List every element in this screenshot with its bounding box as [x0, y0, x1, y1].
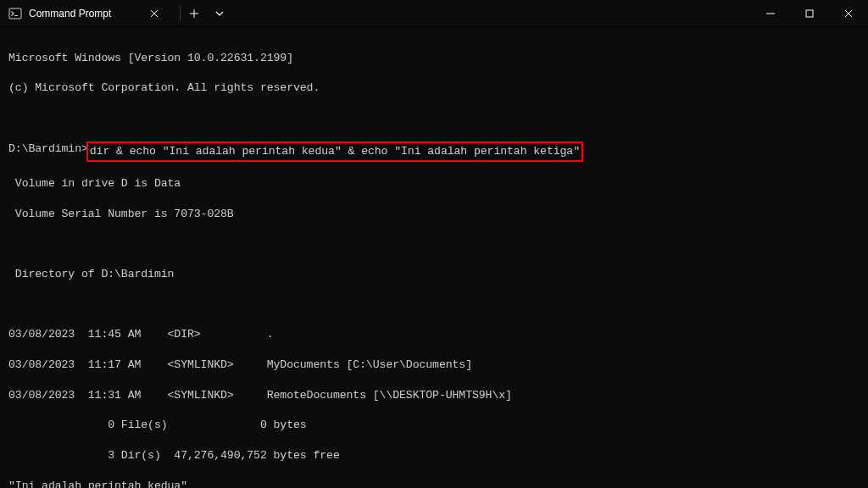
output-volume: Volume in drive D is Data	[8, 176, 860, 191]
copyright-line: (c) Microsoft Corporation. All rights re…	[8, 80, 860, 96]
terminal-tab[interactable]: Command Prompt	[0, 0, 170, 26]
tab-title: Command Prompt	[29, 8, 141, 19]
minimize-button[interactable]	[751, 0, 790, 26]
output-dirof: Directory of D:\Bardimin	[8, 267, 860, 282]
output-echo: "Ini adalah perintah kedua"	[8, 479, 860, 488]
prompt-path: D:\Bardimin>	[8, 141, 88, 157]
command-highlight: dir & echo "Ini adalah perintah kedua" &…	[86, 141, 583, 162]
new-tab-button[interactable]	[181, 0, 208, 26]
output-serial: Volume Serial Number is 7073-028B	[8, 207, 860, 222]
window-controls	[751, 0, 868, 26]
command-line-1: D:\Bardimin>dir & echo "Ini adalah perin…	[8, 141, 860, 162]
maximize-button[interactable]	[790, 0, 829, 26]
output-files-summary: 0 File(s) 0 bytes	[8, 418, 860, 433]
blank-line	[8, 237, 860, 252]
output-row: 03/08/2023 11:17 AM <SYMLINKD> MyDocumen…	[8, 358, 860, 373]
tab-dropdown-button[interactable]	[208, 0, 231, 26]
output-dirs-summary: 3 Dir(s) 47,276,490,752 bytes free	[8, 448, 860, 463]
version-line: Microsoft Windows [Version 10.0.22631.21…	[8, 51, 860, 66]
titlebar-spacer[interactable]	[231, 0, 751, 26]
cmd-icon	[8, 7, 22, 20]
svg-rect-0	[9, 8, 21, 19]
blank-line	[8, 111, 860, 126]
titlebar: Command Prompt	[0, 0, 868, 27]
blank-line	[8, 297, 860, 313]
svg-rect-3	[806, 10, 813, 17]
output-row: 03/08/2023 11:31 AM <SYMLINKD> RemoteDoc…	[8, 388, 860, 403]
window-close-button[interactable]	[829, 0, 868, 26]
tab-close-button[interactable]	[147, 7, 161, 20]
terminal-output[interactable]: Microsoft Windows [Version 10.0.22631.21…	[0, 27, 868, 488]
output-row: 03/08/2023 11:45 AM <DIR> .	[8, 327, 860, 342]
